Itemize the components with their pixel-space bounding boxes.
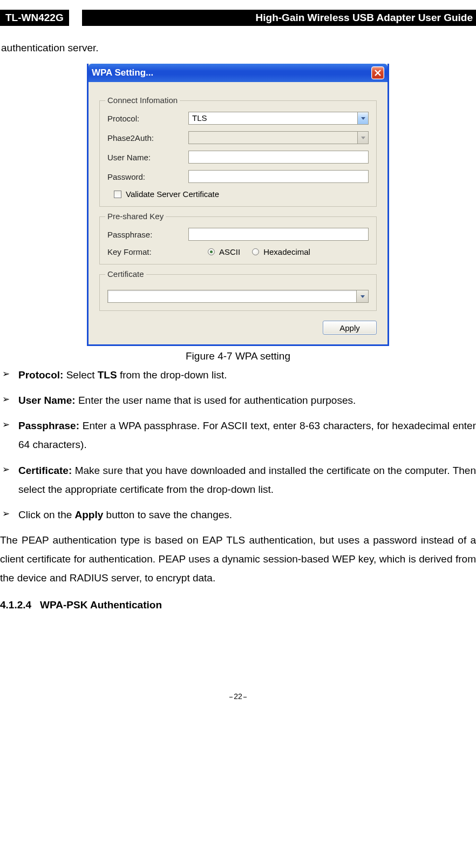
page-number: 22 — [0, 692, 476, 711]
protocol-label: Protocol: — [107, 114, 188, 123]
bullet-protocol: Protocol: Select TLS from the drop-down … — [18, 365, 476, 384]
certificate-dropdown-button[interactable] — [357, 290, 369, 303]
connect-info-legend: Connect Infomation — [105, 96, 180, 105]
username-input[interactable] — [188, 151, 369, 164]
dialog-titlebar: WPA Setting... — [89, 64, 387, 82]
header-model: TL-WN422G — [0, 10, 69, 26]
bullet-passphrase: Passphrase: Enter a WPA passphrase. For … — [18, 416, 476, 454]
phase2-select — [188, 131, 369, 144]
ascii-radio-label: ASCII — [219, 247, 240, 256]
hex-radio[interactable] — [252, 248, 259, 255]
apply-button-label: Apply — [339, 323, 360, 333]
bullet-icon: ➢ — [0, 391, 18, 410]
passphrase-input[interactable] — [188, 228, 369, 241]
username-label: User Name: — [107, 153, 188, 162]
bullet-icon: ➢ — [0, 505, 18, 524]
protocol-select[interactable]: TLS — [188, 112, 369, 125]
bullet-icon: ➢ — [0, 461, 18, 499]
dropdown-icon — [357, 112, 368, 124]
preshared-key-legend: Pre-shared Key — [105, 212, 166, 221]
certificate-legend: Certificate — [105, 269, 146, 279]
section-heading: 4.1.2.4WPA-PSK Authentication — [0, 599, 476, 611]
close-button[interactable] — [371, 66, 384, 79]
ascii-radio[interactable] — [208, 248, 215, 255]
figure-caption: Figure 4-7 WPA setting — [0, 350, 476, 362]
connect-info-group: Connect Infomation Protocol: TLS Phase2A… — [99, 100, 377, 207]
hex-radio-label: Hexadecimal — [263, 247, 310, 256]
phase2-label: Phase2Auth: — [107, 133, 188, 143]
password-input[interactable] — [188, 170, 369, 183]
protocol-value: TLS — [189, 112, 357, 124]
intro-text: authentication server. — [1, 42, 476, 54]
header-title: High-Gain Wireless USB Adapter User Guid… — [82, 10, 476, 26]
preshared-key-group: Pre-shared Key Passphrase: Key Format: A… — [99, 216, 377, 265]
wpa-setting-dialog: WPA Setting... Connect Infomation Protoc… — [87, 64, 389, 346]
close-icon — [374, 69, 382, 77]
password-label: Password: — [107, 172, 188, 181]
dropdown-icon — [357, 132, 368, 144]
bullet-certificate: Certificate: Make sure that you have dow… — [18, 461, 476, 499]
certificate-group: Certificate — [99, 274, 377, 311]
validate-cert-label: Validate Server Certificate — [126, 189, 219, 199]
bullet-apply: Click on the Apply button to save the ch… — [18, 505, 476, 524]
section-title: WPA-PSK Authentication — [40, 599, 162, 611]
page-header: TL-WN422G High-Gain Wireless USB Adapter… — [0, 10, 476, 26]
apply-button[interactable]: Apply — [323, 321, 377, 335]
section-number: 4.1.2.4 — [0, 599, 31, 611]
validate-cert-checkbox[interactable] — [114, 191, 121, 198]
passphrase-label: Passphrase: — [107, 230, 188, 239]
dialog-title: WPA Setting... — [92, 67, 371, 78]
certificate-select[interactable] — [107, 290, 357, 303]
bullet-icon: ➢ — [0, 416, 18, 454]
bullet-username: User Name: Enter the user name that is u… — [18, 391, 476, 410]
bullet-icon: ➢ — [0, 365, 18, 384]
keyformat-label: Key Format: — [107, 247, 188, 256]
chevron-down-icon — [361, 295, 365, 298]
peap-paragraph: The PEAP authentication type is based on… — [0, 531, 476, 587]
